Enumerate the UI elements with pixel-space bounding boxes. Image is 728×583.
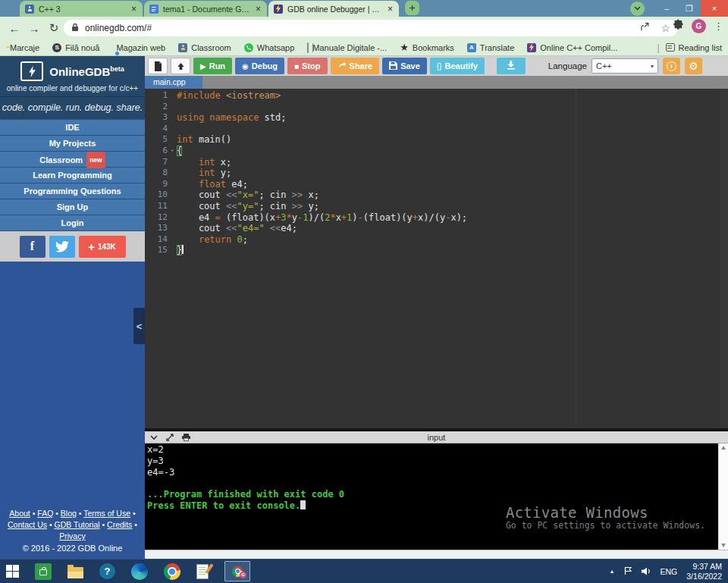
new-tab-button[interactable]: + bbox=[405, 1, 419, 15]
minimize-button[interactable]: – bbox=[655, 0, 678, 17]
console-hscroll-strip[interactable] bbox=[145, 550, 728, 559]
tab-close-icon[interactable]: × bbox=[255, 4, 262, 14]
bookmark-item[interactable]: ATranslate bbox=[467, 43, 514, 52]
footer-link[interactable]: Blog bbox=[61, 509, 77, 518]
sidebar-item-programming-questions[interactable]: Programming Questions bbox=[0, 183, 145, 199]
copyright: © 2016 - 2022 GDB Online bbox=[5, 543, 140, 554]
code-line[interactable]: 11 cout <<"y="; cin >> y; bbox=[145, 201, 728, 212]
chrome-browser-icon[interactable] bbox=[164, 563, 180, 580]
tray-expand-icon[interactable]: ▲ bbox=[610, 569, 615, 574]
back-icon[interactable]: ← bbox=[5, 22, 24, 35]
sidebar-item-sign-up[interactable]: Sign Up bbox=[0, 199, 145, 215]
browser-tab[interactable]: C++ 3× bbox=[20, 1, 143, 17]
sidebar-collapse-handle[interactable]: < bbox=[133, 308, 145, 344]
footer-link[interactable]: GDB Tutorial bbox=[54, 520, 99, 529]
code-line[interactable]: 14 return 0; bbox=[145, 234, 728, 246]
restore-button[interactable]: ❐ bbox=[678, 0, 701, 17]
footer-link[interactable]: Contact Us bbox=[8, 520, 47, 529]
address-bar[interactable]: onlinegdb.com/# ☆ bbox=[64, 20, 678, 36]
sidebar-item-my-projects[interactable]: My Projects bbox=[0, 135, 145, 151]
notepad-icon[interactable] bbox=[196, 564, 209, 579]
footer-link[interactable]: Credits bbox=[107, 520, 132, 529]
bookmark-item[interactable]: Marcaje bbox=[6, 43, 39, 52]
tab-close-icon[interactable]: × bbox=[387, 4, 394, 14]
sidebar-item-ide[interactable]: IDE bbox=[0, 119, 145, 135]
browser-tab[interactable]: tema1 - Documente Google× bbox=[144, 1, 267, 17]
new-file-button[interactable] bbox=[148, 58, 168, 74]
code-line[interactable]: 8 int y; bbox=[145, 168, 728, 179]
footer-link[interactable]: Terms of Use bbox=[83, 509, 130, 518]
taskbar-clock[interactable]: 9:37 AM 3/16/2022 bbox=[686, 562, 722, 581]
settings-button[interactable]: ⚙ bbox=[685, 58, 702, 74]
tab-close-icon[interactable]: × bbox=[130, 4, 137, 14]
bookmark-star-icon[interactable]: ☆ bbox=[661, 22, 670, 34]
footer-link[interactable]: Privacy bbox=[59, 531, 85, 541]
speaker-icon[interactable] bbox=[642, 565, 651, 578]
file-explorer-icon[interactable] bbox=[67, 567, 83, 578]
sidebar-item-classroom[interactable]: Classroomnew bbox=[0, 151, 145, 167]
start-button-icon[interactable] bbox=[6, 565, 19, 578]
extensions-puzzle-icon[interactable] bbox=[673, 19, 684, 33]
code-line[interactable]: 4 bbox=[145, 124, 728, 135]
footer-link[interactable]: FAQ bbox=[37, 509, 53, 518]
edge-browser-icon[interactable] bbox=[131, 563, 148, 580]
download-button[interactable] bbox=[497, 58, 526, 74]
bookmark-item[interactable]: SFilă nouă bbox=[52, 43, 99, 52]
bookmark-item[interactable]: ★Bookmarks bbox=[400, 43, 454, 52]
tab-search-chevron-icon[interactable] bbox=[630, 2, 645, 16]
beautify-button[interactable]: {}Beautify bbox=[430, 58, 485, 74]
bookmark-item[interactable]: Manuale Digitale -... bbox=[307, 43, 387, 52]
share-button[interactable]: Share bbox=[331, 58, 380, 74]
code-line[interactable]: 9 float e4; bbox=[145, 179, 728, 190]
run-button[interactable]: ▶Run bbox=[193, 58, 232, 74]
reading-list-button[interactable]: Reading list bbox=[666, 43, 722, 52]
keyboard-language[interactable]: ENG bbox=[661, 567, 678, 576]
profile-avatar[interactable]: G bbox=[692, 19, 706, 33]
code-line[interactable]: 1#include <iostream> bbox=[145, 90, 728, 102]
debug-button[interactable]: ◉Debug bbox=[235, 58, 284, 74]
code-line[interactable]: 7 int x; bbox=[145, 157, 728, 168]
console-output[interactable]: x=2y=3e4=-3 ...Program finished with exi… bbox=[145, 444, 728, 550]
help-icon[interactable]: ? bbox=[99, 563, 115, 579]
footer-link[interactable]: About bbox=[9, 509, 30, 518]
bookmark-item[interactable]: Whatsapp bbox=[244, 43, 295, 52]
code-line[interactable]: 6▾{ bbox=[145, 146, 728, 157]
bookmark-item[interactable]: Magazin web bbox=[112, 43, 165, 52]
sidebar-item-learn-programming[interactable]: Learn Programming bbox=[0, 167, 145, 183]
stop-button[interactable]: ■Stop bbox=[287, 58, 328, 74]
active-chrome-window-button[interactable]: G bbox=[224, 561, 250, 581]
reload-icon[interactable]: ↻ bbox=[44, 21, 64, 35]
editor-scrollbar[interactable] bbox=[720, 89, 728, 428]
forward-icon[interactable]: → bbox=[24, 22, 44, 35]
open-file-button[interactable] bbox=[171, 58, 190, 74]
code-line[interactable]: 2 bbox=[145, 102, 728, 113]
code-line[interactable]: 13 cout <<"e4=" <<e4; bbox=[145, 223, 728, 234]
code-line[interactable]: 10 cout <<"x="; cin >> x; bbox=[145, 190, 728, 201]
save-button[interactable]: Save bbox=[382, 58, 427, 74]
fold-arrow-icon[interactable]: ▾ bbox=[168, 146, 177, 157]
code-line[interactable]: 3using namespace std; bbox=[145, 112, 728, 124]
browser-tab[interactable]: GDB online Debugger | Compiler× bbox=[268, 1, 399, 17]
store-icon[interactable] bbox=[35, 563, 52, 580]
code-line[interactable]: 12 e4 = (float)(x+3*y-1)/(2*x+1)-(float)… bbox=[145, 212, 728, 224]
sidebar-item-login[interactable]: Login bbox=[0, 215, 145, 230]
console-scrollbar[interactable] bbox=[718, 444, 728, 550]
file-tab-main-cpp[interactable]: main.cpp bbox=[145, 76, 202, 89]
code-editor[interactable]: 1#include <iostream>23using namespace st… bbox=[145, 89, 728, 428]
bookmark-item[interactable]: Online C++ Compil... bbox=[527, 43, 617, 52]
sidebar-footer: About • FAQ • Blog • Terms of Use • Cont… bbox=[0, 508, 145, 559]
scroll-up-icon[interactable] bbox=[721, 446, 726, 450]
browser-menu-icon[interactable]: ⋮ bbox=[714, 20, 723, 32]
scroll-down-icon[interactable] bbox=[721, 544, 726, 547]
bookmark-item[interactable]: Classroom bbox=[178, 43, 231, 52]
code-line[interactable]: 15} bbox=[145, 245, 728, 256]
follow-count-button[interactable]: + 143K bbox=[79, 236, 126, 258]
facebook-button[interactable]: f bbox=[20, 236, 46, 258]
action-center-flag-icon[interactable] bbox=[624, 565, 632, 578]
language-select[interactable]: C++ ▾ bbox=[592, 58, 658, 74]
info-button[interactable]: i bbox=[663, 58, 680, 74]
twitter-button[interactable] bbox=[49, 236, 75, 258]
close-button[interactable]: × bbox=[701, 0, 728, 17]
share-page-icon[interactable] bbox=[639, 21, 650, 35]
code-line[interactable]: 5int main() bbox=[145, 134, 728, 146]
